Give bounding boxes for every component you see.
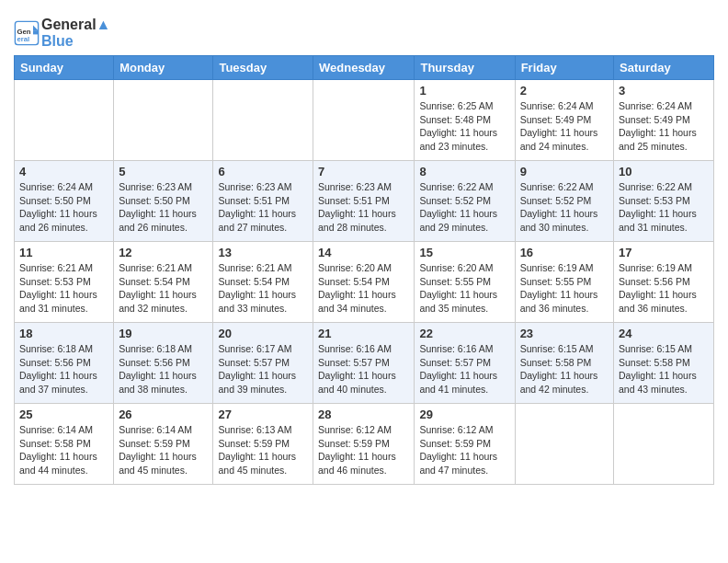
calendar-cell: 18Sunrise: 6:18 AM Sunset: 5:56 PM Dayli… bbox=[15, 323, 114, 404]
day-number: 1 bbox=[419, 84, 509, 98]
calendar-cell: 14Sunrise: 6:20 AM Sunset: 5:54 PM Dayli… bbox=[313, 242, 415, 323]
day-number: 29 bbox=[419, 408, 509, 421]
day-info: Sunrise: 6:22 AM Sunset: 5:53 PM Dayligh… bbox=[619, 180, 709, 235]
day-info: Sunrise: 6:18 AM Sunset: 5:56 PM Dayligh… bbox=[119, 342, 208, 396]
day-number: 16 bbox=[520, 246, 609, 259]
day-number: 21 bbox=[318, 327, 409, 340]
day-header-tuesday: Tuesday bbox=[213, 56, 313, 80]
logo-icon: Gen eral bbox=[14, 20, 40, 46]
calendar-cell: 8Sunrise: 6:22 AM Sunset: 5:52 PM Daylig… bbox=[415, 161, 515, 242]
calendar-header-row: SundayMondayTuesdayWednesdayThursdayFrid… bbox=[15, 56, 714, 80]
week-row-2: 11Sunrise: 6:21 AM Sunset: 5:53 PM Dayli… bbox=[15, 242, 714, 323]
day-number: 26 bbox=[119, 408, 208, 421]
day-number: 6 bbox=[218, 165, 308, 178]
day-number: 17 bbox=[619, 246, 709, 259]
calendar-cell: 12Sunrise: 6:21 AM Sunset: 5:54 PM Dayli… bbox=[114, 242, 213, 323]
day-header-monday: Monday bbox=[114, 56, 213, 80]
logo-text: General▲ Blue bbox=[41, 17, 110, 50]
calendar-cell: 15Sunrise: 6:20 AM Sunset: 5:55 PM Dayli… bbox=[415, 242, 515, 323]
calendar-cell: 22Sunrise: 6:16 AM Sunset: 5:57 PM Dayli… bbox=[415, 323, 515, 404]
calendar-cell bbox=[114, 80, 213, 161]
day-header-thursday: Thursday bbox=[415, 56, 515, 80]
calendar-cell bbox=[313, 80, 415, 161]
calendar-cell: 28Sunrise: 6:12 AM Sunset: 5:59 PM Dayli… bbox=[313, 404, 415, 485]
day-number: 28 bbox=[318, 408, 409, 421]
calendar-cell: 7Sunrise: 6:23 AM Sunset: 5:51 PM Daylig… bbox=[313, 161, 415, 242]
calendar-cell: 25Sunrise: 6:14 AM Sunset: 5:58 PM Dayli… bbox=[15, 404, 114, 485]
calendar-cell: 5Sunrise: 6:23 AM Sunset: 5:50 PM Daylig… bbox=[114, 161, 213, 242]
calendar-cell: 21Sunrise: 6:16 AM Sunset: 5:57 PM Dayli… bbox=[313, 323, 415, 404]
day-number: 23 bbox=[520, 327, 609, 340]
svg-text:eral: eral bbox=[17, 35, 30, 43]
day-info: Sunrise: 6:19 AM Sunset: 5:55 PM Dayligh… bbox=[520, 261, 609, 316]
calendar-cell bbox=[515, 404, 613, 485]
day-number: 3 bbox=[619, 84, 709, 98]
day-info: Sunrise: 6:12 AM Sunset: 5:59 PM Dayligh… bbox=[419, 423, 509, 477]
week-row-3: 18Sunrise: 6:18 AM Sunset: 5:56 PM Dayli… bbox=[15, 323, 714, 404]
calendar-cell: 9Sunrise: 6:22 AM Sunset: 5:52 PM Daylig… bbox=[515, 161, 613, 242]
day-info: Sunrise: 6:16 AM Sunset: 5:57 PM Dayligh… bbox=[419, 342, 509, 396]
day-number: 24 bbox=[619, 327, 709, 340]
week-row-4: 25Sunrise: 6:14 AM Sunset: 5:58 PM Dayli… bbox=[15, 404, 714, 485]
day-info: Sunrise: 6:24 AM Sunset: 5:49 PM Dayligh… bbox=[619, 99, 709, 154]
calendar-cell: 29Sunrise: 6:12 AM Sunset: 5:59 PM Dayli… bbox=[415, 404, 515, 485]
day-number: 22 bbox=[419, 327, 509, 340]
logo: Gen eral General▲ Blue bbox=[14, 17, 110, 50]
calendar-cell: 17Sunrise: 6:19 AM Sunset: 5:56 PM Dayli… bbox=[614, 242, 714, 323]
calendar-cell: 23Sunrise: 6:15 AM Sunset: 5:58 PM Dayli… bbox=[515, 323, 613, 404]
header: Gen eral General▲ Blue bbox=[14, 9, 714, 50]
calendar-cell: 3Sunrise: 6:24 AM Sunset: 5:49 PM Daylig… bbox=[614, 80, 714, 161]
day-info: Sunrise: 6:23 AM Sunset: 5:50 PM Dayligh… bbox=[119, 180, 208, 235]
calendar-cell: 20Sunrise: 6:17 AM Sunset: 5:57 PM Dayli… bbox=[213, 323, 313, 404]
day-info: Sunrise: 6:21 AM Sunset: 5:53 PM Dayligh… bbox=[19, 261, 108, 316]
day-header-wednesday: Wednesday bbox=[313, 56, 415, 80]
day-info: Sunrise: 6:21 AM Sunset: 5:54 PM Dayligh… bbox=[218, 261, 308, 316]
day-info: Sunrise: 6:24 AM Sunset: 5:50 PM Dayligh… bbox=[19, 180, 108, 235]
day-number: 10 bbox=[619, 165, 709, 178]
day-number: 7 bbox=[318, 165, 409, 178]
day-info: Sunrise: 6:12 AM Sunset: 5:59 PM Dayligh… bbox=[318, 423, 409, 477]
day-info: Sunrise: 6:17 AM Sunset: 5:57 PM Dayligh… bbox=[218, 342, 308, 396]
day-info: Sunrise: 6:22 AM Sunset: 5:52 PM Dayligh… bbox=[419, 180, 509, 235]
day-info: Sunrise: 6:21 AM Sunset: 5:54 PM Dayligh… bbox=[119, 261, 208, 316]
calendar-cell: 19Sunrise: 6:18 AM Sunset: 5:56 PM Dayli… bbox=[114, 323, 213, 404]
day-info: Sunrise: 6:18 AM Sunset: 5:56 PM Dayligh… bbox=[19, 342, 108, 396]
day-number: 18 bbox=[19, 327, 108, 340]
week-row-1: 4Sunrise: 6:24 AM Sunset: 5:50 PM Daylig… bbox=[15, 161, 714, 242]
day-info: Sunrise: 6:15 AM Sunset: 5:58 PM Dayligh… bbox=[619, 342, 709, 396]
calendar-cell bbox=[213, 80, 313, 161]
day-number: 12 bbox=[119, 246, 208, 259]
day-number: 19 bbox=[119, 327, 208, 340]
day-number: 13 bbox=[218, 246, 308, 259]
calendar: SundayMondayTuesdayWednesdayThursdayFrid… bbox=[14, 55, 714, 485]
calendar-cell: 27Sunrise: 6:13 AM Sunset: 5:59 PM Dayli… bbox=[213, 404, 313, 485]
day-number: 25 bbox=[19, 408, 108, 421]
day-info: Sunrise: 6:16 AM Sunset: 5:57 PM Dayligh… bbox=[318, 342, 409, 396]
week-row-0: 1Sunrise: 6:25 AM Sunset: 5:48 PM Daylig… bbox=[15, 80, 714, 161]
day-info: Sunrise: 6:23 AM Sunset: 5:51 PM Dayligh… bbox=[318, 180, 409, 235]
day-info: Sunrise: 6:20 AM Sunset: 5:54 PM Dayligh… bbox=[318, 261, 409, 316]
day-info: Sunrise: 6:22 AM Sunset: 5:52 PM Dayligh… bbox=[520, 180, 609, 235]
calendar-cell: 2Sunrise: 6:24 AM Sunset: 5:49 PM Daylig… bbox=[515, 80, 613, 161]
day-number: 9 bbox=[520, 165, 609, 178]
day-header-saturday: Saturday bbox=[614, 56, 714, 80]
day-number: 11 bbox=[19, 246, 108, 259]
svg-rect-4 bbox=[33, 30, 39, 34]
calendar-cell: 26Sunrise: 6:14 AM Sunset: 5:59 PM Dayli… bbox=[114, 404, 213, 485]
day-info: Sunrise: 6:25 AM Sunset: 5:48 PM Dayligh… bbox=[419, 99, 509, 154]
calendar-cell: 16Sunrise: 6:19 AM Sunset: 5:55 PM Dayli… bbox=[515, 242, 613, 323]
day-info: Sunrise: 6:14 AM Sunset: 5:59 PM Dayligh… bbox=[119, 423, 208, 477]
calendar-cell: 6Sunrise: 6:23 AM Sunset: 5:51 PM Daylig… bbox=[213, 161, 313, 242]
day-info: Sunrise: 6:19 AM Sunset: 5:56 PM Dayligh… bbox=[619, 261, 709, 316]
calendar-cell bbox=[614, 404, 714, 485]
calendar-cell: 4Sunrise: 6:24 AM Sunset: 5:50 PM Daylig… bbox=[15, 161, 114, 242]
day-number: 2 bbox=[520, 84, 609, 98]
day-number: 5 bbox=[119, 165, 208, 178]
calendar-cell: 13Sunrise: 6:21 AM Sunset: 5:54 PM Dayli… bbox=[213, 242, 313, 323]
day-info: Sunrise: 6:23 AM Sunset: 5:51 PM Dayligh… bbox=[218, 180, 308, 235]
calendar-cell bbox=[15, 80, 114, 161]
day-info: Sunrise: 6:20 AM Sunset: 5:55 PM Dayligh… bbox=[419, 261, 509, 316]
calendar-cell: 24Sunrise: 6:15 AM Sunset: 5:58 PM Dayli… bbox=[614, 323, 714, 404]
day-number: 20 bbox=[218, 327, 308, 340]
day-info: Sunrise: 6:24 AM Sunset: 5:49 PM Dayligh… bbox=[520, 99, 609, 154]
